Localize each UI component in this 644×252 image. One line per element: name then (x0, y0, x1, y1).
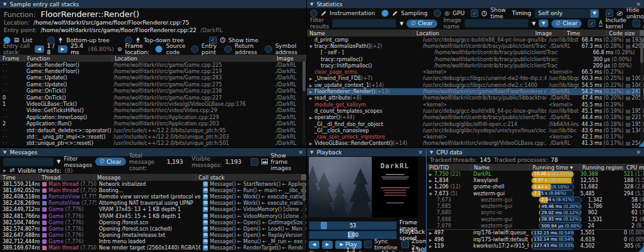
table-row[interactable]: 381,559,214nsMain thread (7,750)Network … (0, 181, 306, 187)
table-row[interactable]: ▶FloorRenderer::Render() (+13)/home/wolf… (307, 88, 644, 94)
image-name-input[interactable] (464, 19, 529, 28)
expand-icon[interactable]: ▼ (429, 192, 434, 196)
expand-icon[interactable]: ▶ (309, 83, 314, 88)
callstack-icon[interactable] (203, 239, 208, 244)
expand-icon[interactable]: ▶ (429, 231, 434, 235)
collapse-icon[interactable]: ▼ (430, 150, 433, 155)
table-row[interactable]: ▼tracy::NormalizePath() (+2)/home/wolf/d… (307, 43, 644, 49)
table-row[interactable]: · ·Game::Update()/home/wolf/darkrl/src/g… (0, 75, 306, 81)
callstack-icon[interactable] (203, 226, 208, 232)
timing-dropdown[interactable]: Self only▼ (534, 9, 599, 18)
table-options-icon[interactable] (640, 30, 644, 36)
statistics-titlebar[interactable]: ▼ Statistics ✕ (307, 0, 644, 8)
filter-icon[interactable]: ▼ (57, 159, 60, 164)
clear-messages-button[interactable]: ∅Clear (95, 158, 125, 166)
limit-range-checkbox[interactable] (633, 20, 640, 27)
table-row[interactable]: · ·std::unique_ptr<>::reset()/usr/includ… (0, 140, 306, 147)
callstack-icon[interactable] (203, 200, 208, 206)
expand-icon[interactable]: ▼ (309, 44, 314, 49)
resize-grip[interactable] (638, 141, 644, 147)
close-icon[interactable]: ✕ (636, 149, 641, 156)
table-row[interactable]: · ·Application::InnerLoop()/home/wolf/da… (0, 114, 306, 120)
table-row[interactable]: ▶497irq/176-iwlwifi:queue_1132.15 ms (0.… (427, 229, 644, 236)
table-row[interactable]: 7,680async-io29.02 ms (0.12%)90261 (7.61… (427, 210, 644, 216)
table-row[interactable]: · ·Game::Update()/home/wolf/darkrl/src/g… (0, 81, 306, 88)
collapse-icon[interactable]: ▼ (310, 2, 313, 7)
table-row[interactable]: 382,408,518nsRemoteView (7,775)Remote vi… (0, 193, 306, 200)
stats-table-header[interactable]: Name Location Image Time Code size (307, 30, 644, 37)
callstack-icon[interactable] (203, 214, 208, 219)
expand-icon[interactable]: ▶ (429, 238, 434, 242)
messages-table-header[interactable]: Time Thread Message Call stack (0, 174, 306, 181)
collapse-icon[interactable]: ▼ (3, 150, 6, 155)
source-code-radio[interactable] (155, 45, 163, 53)
callstack-icon[interactable] (203, 207, 208, 212)
close-icon[interactable]: ✕ (636, 1, 641, 8)
table-row[interactable]: · ·std::default_delete<>::operator()()/u… (0, 127, 306, 134)
table-row[interactable]: · ·Game::RenderFloor()/home/wolf/darkrl/… (0, 68, 306, 74)
expand-icon[interactable]: ▶ (309, 76, 314, 81)
table-row[interactable]: 2Application::Run()/home/wolf/darkrl/src… (0, 121, 306, 127)
table-row[interactable]: d_count_templates_scopes/usr/src/debug/g… (307, 108, 644, 114)
table-row[interactable]: ▶operator() (+44)/home/wolf/darkrl/contr… (307, 115, 644, 121)
table-row[interactable]: ▶read_attribute (+8)/home/wolf/darkrl/co… (307, 95, 644, 101)
table-row[interactable]: ▶119kworker/u17:2+i915_flip127.43 ms (0.… (427, 243, 644, 249)
expand-icon[interactable]: ▶ (309, 115, 314, 120)
table-row[interactable]: clear_page_erms<kernel><kernel>66.5 ms (… (307, 69, 644, 75)
table-row[interactable]: 382,481,766nsGame (7,776)VRAM 43x45: 15 … (0, 213, 306, 219)
table-row[interactable]: 381,692,052nsMain thread (7,750)Booting.… (0, 187, 306, 193)
table-row[interactable]: 7,679wezterm-gui500.94 µs (0.00%)242 (8.… (427, 222, 644, 229)
prev-stack-button[interactable]: ◀ (35, 45, 44, 53)
table-row[interactable]: ▶uw_update_context_1 (+14)/usr/src/debug… (307, 82, 644, 88)
table-row[interactable]: 7,673wezterm-gui2.04 s (8.41%)1,34258 (4… (427, 197, 644, 203)
table-row[interactable]: ▶_Unwind_Find_FDE (+7)/usr/src/debug/gcc… (307, 76, 644, 82)
expand-icon[interactable]: ▶ (429, 172, 434, 176)
clear-filter-button[interactable]: ∅Clear (406, 20, 437, 28)
table-row[interactable]: 1VideoGLBase::Tick()/home/wolf/darkrl/sr… (0, 101, 306, 107)
expand-icon[interactable]: ▶ (309, 89, 314, 94)
callstack-icon[interactable] (203, 220, 208, 226)
filter-icon[interactable]: ▼ (400, 21, 403, 26)
image-dropdown-button[interactable]: ▼ (539, 20, 548, 27)
callstack-icon[interactable] (203, 188, 208, 193)
close-icon[interactable]: ✕ (418, 149, 423, 156)
callstack-icon[interactable] (203, 245, 208, 251)
table-row[interactable]: 389,169,674nsMain thread (7,750)New rend… (0, 245, 306, 251)
message-filter-input[interactable] (3, 158, 54, 166)
collapse-icon[interactable]: ▼ (310, 150, 313, 155)
table-row[interactable]: ▶VideoGLBase::RenderContent() (+14)/home… (307, 140, 644, 147)
table-row[interactable]: 382,504,746nsGame (7,776)Opening /forest… (0, 219, 306, 226)
table-row[interactable]: ▼7,673 (5)wezterm-gui2.15 s (8.86%)5,485… (427, 190, 644, 197)
table-options-icon[interactable] (301, 175, 306, 180)
entry-point-radio[interactable] (191, 45, 198, 53)
table-row[interactable]: 382,712,444nsGame (7,776)Intro menu load… (0, 239, 306, 245)
table-row[interactable]: 7,685wezterm-gui49.46 ms (0.20%)1,786102… (427, 203, 644, 209)
scrollbar-thumb[interactable] (302, 182, 306, 201)
cpu-table-header[interactable]: PID/TID Name Running time ▼ Running regi… (427, 164, 644, 171)
scrollbar-thumb[interactable] (640, 38, 643, 63)
symbol-address-radio[interactable] (265, 45, 272, 53)
expand-icon[interactable]: ▶ (3, 168, 6, 173)
filter-icon[interactable]: ▼ (532, 21, 536, 26)
table-row[interactable]: _GI__dl_find_dso_for_object/usr/src/debu… (307, 121, 644, 127)
table-row[interactable]: _raw_spin_unlock_irqrestore<kernel><kern… (307, 134, 644, 140)
sample-panel-titlebar[interactable]: ▼ Sample entry call stacks (0, 0, 306, 8)
table-row[interactable]: ▶7,750 (22)DarkRL10.46 s (41.37%)30,3885… (427, 171, 644, 177)
callstack-icon[interactable] (203, 194, 208, 200)
table-row[interactable]: d_print_comp/usr/src/debug/gcc-build/x86… (307, 37, 644, 43)
show-time-checkbox[interactable] (471, 9, 478, 17)
playback-titlebar[interactable]: ▼ Playback ✕ (307, 148, 426, 156)
expand-icon[interactable]: ▶ (429, 244, 434, 248)
gpu-radio[interactable] (434, 9, 441, 17)
table-row[interactable]: ▶1,834Xwayland9.97 s (39.44%)12,553188 (… (427, 177, 644, 183)
expand-icon[interactable]: ▶ (309, 96, 314, 100)
table-row[interactable]: · ·std::__uniq_ptr_impl<>::reset()/usr/i… (0, 134, 306, 140)
table-row[interactable]: 0Game::OnTick()/home/wolf/darkrl/src/gam… (0, 94, 306, 101)
table-row[interactable]: [ - self - ]/home/wolf/darkrl/contrib/tr… (307, 50, 644, 56)
table-row[interactable]: · ·Game::OnTick()/home/wolf/darkrl/src/g… (0, 88, 306, 94)
sample-table-header[interactable]: Frame Function Location Image (0, 55, 306, 62)
filter-results-input[interactable] (332, 19, 396, 28)
include-kernel-checkbox[interactable] (588, 20, 595, 27)
expand-icon[interactable]: ▶ (309, 141, 314, 146)
table-row[interactable]: _GI__clock_nanosleep/usr/src/debug/glibc… (307, 127, 644, 134)
